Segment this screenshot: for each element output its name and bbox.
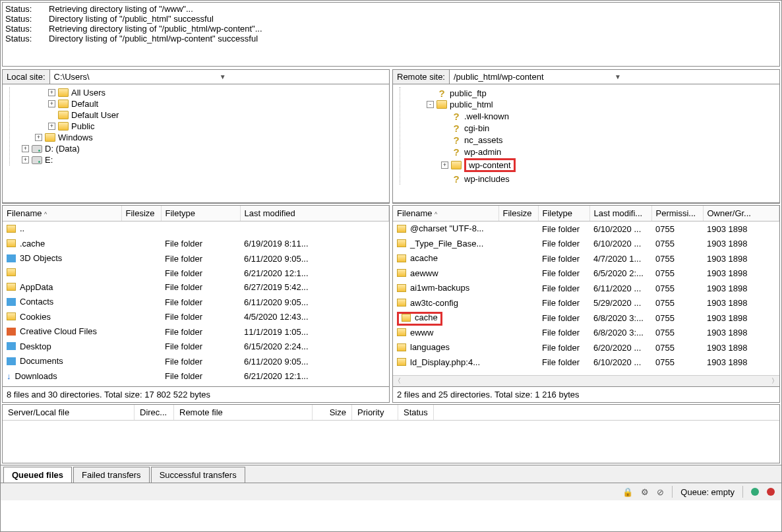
status-log[interactable]: Status:Retrieving directory listing of "… <box>2 2 780 67</box>
status-dot-red <box>767 488 775 496</box>
folder-icon <box>397 269 406 277</box>
log-line: Status:Directory listing of "/public_htm… <box>5 14 777 24</box>
folder-icon <box>7 312 16 320</box>
folder-icon <box>7 298 16 306</box>
expander-icon[interactable]: + <box>48 89 55 96</box>
column-header[interactable]: Last modified <box>240 206 389 222</box>
folder-icon <box>402 314 411 322</box>
tree-item[interactable]: ?cgi-bin <box>412 122 779 134</box>
file-row[interactable]: CookiesFile folder4/5/2020 12:43... <box>3 310 389 325</box>
column-header[interactable]: Filetype <box>538 206 589 222</box>
tree-item[interactable]: +Public <box>22 121 389 132</box>
question-icon: ? <box>451 146 462 157</box>
file-row[interactable]: ewwwFile folder6/8/2020 3:...07551903 18… <box>393 326 779 341</box>
expander-icon[interactable]: + <box>48 123 55 130</box>
queue-tab[interactable]: Queued files <box>3 467 72 483</box>
file-row[interactable]: aewwwFile folder6/5/2020 2:...07551903 1… <box>393 266 779 281</box>
column-header[interactable]: Filename ^ <box>3 206 121 222</box>
tree-item[interactable]: -public_html <box>412 99 779 110</box>
clock-icon[interactable]: ⊘ <box>657 487 664 497</box>
expander-icon[interactable]: + <box>441 162 448 169</box>
folder-icon <box>7 239 16 247</box>
question-icon: ? <box>436 88 447 98</box>
file-row[interactable]: ↓DownloadsFile folder6/21/2020 12:1... <box>3 369 389 383</box>
column-header[interactable]: Filename ^ <box>393 206 498 222</box>
remote-path-combo[interactable]: /public_html/wp-content ▼ <box>450 70 779 84</box>
column-header[interactable]: Server/Local file <box>3 405 135 420</box>
expander-icon[interactable]: + <box>22 156 29 163</box>
expander-icon[interactable]: + <box>48 100 55 107</box>
file-row[interactable]: ld_Display.php:4...File folder6/10/2020 … <box>393 355 779 370</box>
queue-tab[interactable]: Failed transfers <box>73 467 150 483</box>
tree-item[interactable]: ?nc_assets <box>412 134 779 146</box>
drive-icon <box>32 156 42 164</box>
file-row[interactable]: ai1wm-backupsFile folder6/11/2020 ...075… <box>393 281 779 296</box>
folder-icon <box>397 254 406 262</box>
tree-item[interactable]: ?wp-admin <box>412 146 779 158</box>
queue-tab[interactable]: Successful transfers <box>151 467 245 483</box>
file-row[interactable]: 3D ObjectsFile folder6/11/2020 9:05... <box>3 251 389 266</box>
transfer-queue[interactable]: Server/Local fileDirec...Remote fileSize… <box>2 404 780 463</box>
folder-icon <box>397 239 406 247</box>
tree-item[interactable]: +E: <box>22 154 389 165</box>
tree-item[interactable]: +All Users <box>22 87 389 98</box>
expander-icon[interactable]: + <box>35 134 42 141</box>
column-header[interactable]: Priority <box>352 405 398 420</box>
folder-icon <box>7 268 16 276</box>
file-row[interactable]: DesktopFile folder6/15/2020 2:24... <box>3 340 389 355</box>
local-status: 8 files and 30 directories. Total size: … <box>3 386 389 402</box>
folder-icon <box>7 357 16 365</box>
local-file-list[interactable]: Filename ^FilesizeFiletypeLast modified.… <box>3 206 389 386</box>
tree-item[interactable]: Default User <box>22 109 389 121</box>
file-row[interactable]: _Type_File_Base...File folder6/10/2020 .… <box>393 237 779 252</box>
local-site-label: Local site: <box>3 70 50 84</box>
folder-icon <box>7 328 16 336</box>
tree-item[interactable]: +Windows <box>22 132 389 143</box>
local-tree[interactable]: +All Users+DefaultDefault User+Public+Wi… <box>3 84 389 203</box>
file-row[interactable]: acacheFile folder4/7/2020 1...07551903 1… <box>393 251 779 266</box>
tree-item[interactable]: ?wp-includes <box>412 173 779 185</box>
folder-icon <box>58 111 69 119</box>
folder-icon <box>7 283 16 291</box>
tree-item[interactable]: +wp-content <box>412 158 779 173</box>
tree-item[interactable]: ?.well-known <box>412 110 779 122</box>
file-row[interactable]: File folder6/21/2020 12:1... <box>3 266 389 280</box>
column-header[interactable]: Remote file <box>174 405 313 420</box>
file-row[interactable]: aw3tc-configFile folder5/29/2020 ...0755… <box>393 296 779 311</box>
column-header[interactable]: Last modifi... <box>589 206 651 222</box>
folder-icon <box>58 122 69 131</box>
remote-path: /public_html/wp-content <box>454 72 615 82</box>
tree-item[interactable]: +Default <box>22 98 389 109</box>
column-header[interactable]: Filesize <box>121 206 161 222</box>
file-row[interactable]: languagesFile folder6/20/2020 ...0755190… <box>393 340 779 355</box>
file-row[interactable]: AppDataFile folder6/27/2019 5:42... <box>3 280 389 295</box>
file-row[interactable]: @charset "UTF-8...File folder6/10/2020 .… <box>393 222 779 237</box>
tree-item[interactable]: +D: (Data) <box>22 143 389 154</box>
column-header[interactable]: Permissi... <box>651 206 703 222</box>
column-header[interactable]: Status <box>398 405 434 420</box>
file-row[interactable]: .. <box>3 222 389 237</box>
folder-icon <box>397 299 406 307</box>
expander-icon[interactable]: - <box>427 101 434 108</box>
lock-icon[interactable]: 🔒 <box>622 487 633 497</box>
column-header[interactable]: Filetype <box>161 206 240 222</box>
column-header[interactable]: Filesize <box>498 206 538 222</box>
tree-item[interactable]: ?public_ftp <box>412 87 779 99</box>
file-row[interactable]: DocumentsFile folder6/11/2020 9:05... <box>3 354 389 369</box>
column-header[interactable]: Owner/Gr... <box>703 206 779 222</box>
column-header[interactable]: Size <box>313 405 352 420</box>
remote-tree[interactable]: ?public_ftp-public_html?.well-known?cgi-… <box>393 84 779 203</box>
file-row[interactable]: ContactsFile folder6/11/2020 9:05... <box>3 295 389 310</box>
chevron-down-icon: ▼ <box>220 73 385 80</box>
remote-site-label: Remote site: <box>393 70 450 84</box>
gear-icon[interactable]: ⚙ <box>641 487 649 497</box>
file-row[interactable]: cacheFile folder6/8/2020 3:...07551903 1… <box>393 310 779 326</box>
remote-file-list[interactable]: Filename ^FilesizeFiletypeLast modifi...… <box>393 206 779 375</box>
local-path-combo[interactable]: C:\Users\ ▼ <box>50 70 389 84</box>
column-header[interactable]: Direc... <box>135 405 174 420</box>
remote-hscroll[interactable]: 〈〉 <box>393 375 779 386</box>
file-row[interactable]: Creative Cloud FilesFile folder11/1/2019… <box>3 324 389 340</box>
log-line: Status:Retrieving directory listing of "… <box>5 24 777 34</box>
expander-icon[interactable]: + <box>22 145 29 152</box>
file-row[interactable]: .cacheFile folder6/19/2019 8:11... <box>3 237 389 252</box>
